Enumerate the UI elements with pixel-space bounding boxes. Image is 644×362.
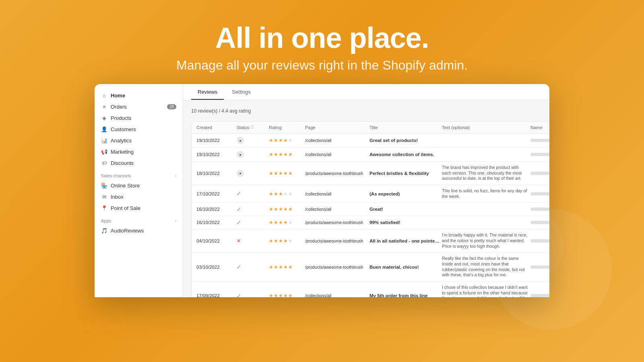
cell-created: 19/10/2022 bbox=[196, 138, 237, 143]
inbox-icon: ✉ bbox=[101, 193, 107, 200]
star-icon: ★ bbox=[279, 191, 283, 197]
table-row[interactable]: 03/10/2022 ✓ ★★★★★ /products/awesome-too… bbox=[192, 253, 549, 282]
sidebar-item-discounts-label: Discounts bbox=[111, 160, 134, 166]
cell-name bbox=[530, 172, 549, 175]
cell-page: /products/awesome-toothbrush bbox=[305, 239, 369, 243]
name-bar bbox=[530, 294, 549, 297]
sidebar-item-inbox[interactable]: ✉ Inbox bbox=[95, 191, 183, 202]
star-icon: ★ bbox=[283, 171, 288, 176]
sidebar-item-products[interactable]: ◈ Products bbox=[95, 112, 183, 123]
cell-title: Awesome collection of items. bbox=[369, 152, 442, 157]
table-row[interactable]: 19/10/2022 ● ★★★★★ /collections/all Grea… bbox=[192, 134, 549, 148]
apps-arrow: › bbox=[175, 219, 176, 223]
sidebar-item-discounts[interactable]: 🏷 Discounts bbox=[95, 157, 183, 169]
sidebar-item-orders-label: Orders bbox=[111, 104, 127, 110]
cell-text: I chose of this collection because I did… bbox=[442, 285, 530, 297]
info-icon: ⓘ bbox=[250, 125, 254, 130]
sidebar-item-online-store[interactable]: 🏪 Online Store bbox=[95, 180, 183, 191]
name-bar bbox=[530, 192, 549, 195]
star-icon: ★ bbox=[283, 191, 288, 197]
cell-title: All in all satisfied - one pointer thoug… bbox=[369, 239, 442, 243]
tab-reviews[interactable]: Reviews bbox=[191, 84, 224, 100]
status-approved-icon: ✓ bbox=[237, 220, 266, 226]
table-row[interactable]: 16/10/2022 ✓ ★★★★★ /collections/all Grea… bbox=[192, 203, 549, 216]
star-icon: ★ bbox=[279, 171, 283, 176]
star-icon: ★ bbox=[269, 152, 273, 157]
star-icon: ★ bbox=[274, 171, 278, 176]
table-row[interactable]: 16/10/2022 ✓ ★★★★★ /products/awesome-too… bbox=[192, 216, 549, 229]
sidebar-item-marketing[interactable]: 📢 Marketing bbox=[95, 146, 183, 157]
star-icon: ★ bbox=[279, 293, 283, 297]
orders-badge: 28 bbox=[167, 104, 176, 109]
sidebar-item-pos[interactable]: 📍 Point of Sale bbox=[95, 202, 183, 214]
sidebar-item-customers-label: Customers bbox=[111, 126, 136, 132]
sales-channels-section: Sales channels › bbox=[95, 169, 183, 180]
sidebar-item-home[interactable]: ⌂ Home bbox=[95, 90, 183, 101]
header-created: Created bbox=[196, 125, 237, 130]
star-icon: ★ bbox=[269, 171, 273, 176]
sidebar-item-orders[interactable]: ≡ Orders 28 bbox=[95, 101, 183, 112]
table-row[interactable]: 19/10/2022 ● ★★★★★ /collections/all Awes… bbox=[192, 148, 549, 162]
hero-section: All in one place. Manage all your review… bbox=[176, 0, 468, 84]
tab-settings[interactable]: Settings bbox=[225, 84, 257, 100]
star-icon: ★ bbox=[269, 264, 273, 270]
sidebar-item-audio-reviews[interactable]: 🎵 AudioReviews bbox=[95, 225, 183, 236]
star-icon: ★ bbox=[288, 191, 293, 197]
orders-icon: ≡ bbox=[101, 103, 107, 110]
cell-name bbox=[530, 239, 549, 243]
status-approved-icon: ✓ bbox=[237, 264, 266, 270]
cell-name bbox=[530, 221, 549, 224]
cell-text: Really like the fact the colour is the s… bbox=[442, 256, 530, 278]
name-bar bbox=[530, 208, 549, 211]
apps-label: Apps bbox=[101, 218, 111, 223]
sidebar-item-analytics[interactable]: 📊 Analytics bbox=[95, 135, 183, 146]
cell-name bbox=[530, 294, 549, 297]
cell-name bbox=[530, 208, 549, 211]
star-icon: ★ bbox=[269, 293, 273, 297]
sidebar-item-marketing-label: Marketing bbox=[111, 149, 134, 155]
star-icon: ★ bbox=[279, 264, 283, 270]
status-header-label: Status bbox=[237, 125, 249, 130]
cell-name bbox=[530, 153, 549, 156]
home-icon: ⌂ bbox=[101, 92, 107, 99]
cell-name bbox=[530, 265, 549, 269]
cell-created: 17/09/2022 bbox=[196, 293, 237, 297]
star-icon: ★ bbox=[269, 138, 273, 143]
store-icon: 🏪 bbox=[101, 182, 107, 189]
name-bar bbox=[530, 239, 549, 243]
star-icon: ★ bbox=[279, 206, 283, 212]
cell-rating: ★★★★★ bbox=[269, 238, 305, 244]
table-row[interactable]: 17/10/2022 ✓ ★★★★★ /collections/all (As … bbox=[192, 185, 549, 203]
sidebar-item-customers[interactable]: 👤 Customers bbox=[95, 123, 183, 135]
star-icon: ★ bbox=[288, 152, 293, 157]
cell-rating: ★★★★★ bbox=[269, 206, 305, 212]
table-row[interactable]: 04/10/2022 ✕ ★★★★★ /products/awesome-too… bbox=[192, 229, 549, 253]
sidebar-item-analytics-label: Analytics bbox=[111, 138, 132, 144]
cell-created: 18/10/2022 bbox=[196, 171, 237, 176]
table-row[interactable]: 18/10/2022 ● ★★★★★ /products/awesome-too… bbox=[192, 162, 549, 185]
cell-status: ● bbox=[237, 151, 269, 158]
name-bar bbox=[530, 139, 549, 142]
name-bar bbox=[530, 172, 549, 175]
table-row[interactable]: 17/09/2022 ✓ ★★★★★ /collections/all My 5… bbox=[192, 282, 549, 297]
cell-created: 16/10/2022 bbox=[196, 207, 237, 212]
tabs-bar: Reviews Settings bbox=[183, 84, 549, 100]
star-icon: ★ bbox=[274, 220, 278, 225]
cell-created: 03/10/2022 bbox=[196, 265, 237, 269]
cell-page: /collections/all bbox=[305, 138, 369, 143]
cell-status: ✓ bbox=[237, 264, 269, 270]
sidebar: ⌂ Home ≡ Orders 28 ◈ Products 👤 Customer… bbox=[95, 84, 183, 297]
star-icon: ★ bbox=[269, 238, 273, 244]
sidebar-item-home-label: Home bbox=[111, 93, 125, 99]
header-page: Page bbox=[305, 125, 369, 130]
cell-status: ✕ bbox=[237, 238, 269, 244]
star-icon: ★ bbox=[269, 220, 273, 225]
sidebar-item-online-store-label: Online Store bbox=[111, 183, 140, 189]
star-icon: ★ bbox=[274, 191, 278, 197]
star-icon: ★ bbox=[269, 206, 273, 212]
cell-status: ✓ bbox=[237, 220, 269, 226]
cell-page: /products/awesome-toothbrush bbox=[305, 220, 369, 225]
cell-status: ● bbox=[237, 137, 269, 144]
cell-page: /products/awesome-toothbrush bbox=[305, 171, 369, 176]
pos-icon: 📍 bbox=[101, 205, 107, 211]
